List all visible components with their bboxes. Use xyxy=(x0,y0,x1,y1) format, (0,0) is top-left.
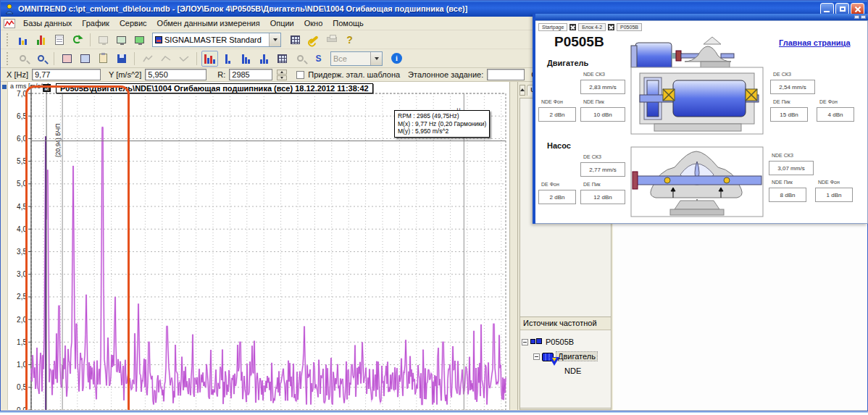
show-chart-button[interactable] xyxy=(33,32,49,48)
device-template-dropdown[interactable] xyxy=(269,33,280,46)
toolbar-grip xyxy=(7,33,9,46)
popup-close-button[interactable] xyxy=(861,15,866,19)
zoom-out-button[interactable] xyxy=(33,51,49,67)
vertical-splitter[interactable] xyxy=(509,82,518,410)
trend-band-icon xyxy=(179,54,189,63)
mdi-child-icon[interactable] xyxy=(4,19,15,28)
menu-data-exchange[interactable]: Обмен данными измерения xyxy=(152,17,265,29)
home-page-link[interactable]: Главная страница xyxy=(779,38,851,47)
hold-template-label: Придерж. этал. шаблона xyxy=(308,70,400,79)
marker-filter-dropdown[interactable] xyxy=(370,52,382,65)
bottom-strip xyxy=(0,411,868,415)
splitter-handle[interactable] xyxy=(2,85,7,89)
single-cursor-button[interactable] xyxy=(220,51,236,67)
transfer-pc-button[interactable] xyxy=(113,32,130,48)
chart-y-axis-label: a rms [m/s^2] xyxy=(10,83,49,90)
database-tree-button[interactable] xyxy=(14,32,31,48)
y-label: Y [m/s^2] xyxy=(109,70,141,79)
zoom-in-button[interactable] xyxy=(14,51,31,67)
popup-window-button[interactable] xyxy=(854,15,859,19)
help-button[interactable]: ? xyxy=(341,32,358,48)
menu-graph[interactable]: График xyxy=(77,17,114,29)
svg-text:3,0: 3,0 xyxy=(17,270,27,278)
motor-de-bg-value: 4 dBn xyxy=(817,107,854,122)
tab-close-icon[interactable] xyxy=(569,24,576,30)
print-button[interactable] xyxy=(323,32,340,48)
menu-window[interactable]: Окно xyxy=(299,17,328,29)
machine-heading: P0505B xyxy=(554,34,604,50)
device-template-combo[interactable]: SIGNALMASTER Standard xyxy=(152,33,281,47)
tree-item-machine[interactable]: P0505B xyxy=(522,335,609,349)
pump-nde-peak-label: NDE Пик xyxy=(772,180,793,185)
menu-databases[interactable]: Базы данных xyxy=(18,17,77,29)
motor-section-label: Двигатель xyxy=(547,59,588,67)
trend-compare-button[interactable] xyxy=(157,51,174,67)
marker-filter-combo[interactable]: Все xyxy=(330,51,383,66)
tree-item-label[interactable]: Двигатель xyxy=(556,351,598,361)
download-icon xyxy=(99,36,108,43)
measurement-tasks-button[interactable] xyxy=(287,32,304,48)
close-button[interactable] xyxy=(851,3,864,15)
collapse-icon[interactable] xyxy=(522,339,528,345)
svg-text:1,5: 1,5 xyxy=(17,338,27,346)
pump-nde-bg-value: 1 dBn xyxy=(815,188,853,202)
tab-block-4-2[interactable]: Блок 4-2 xyxy=(578,23,606,31)
table-peaks-button[interactable] xyxy=(77,51,93,67)
harmonic-cursor-button[interactable] xyxy=(238,51,254,67)
tab-close-icon[interactable] xyxy=(608,24,614,30)
clipboard-button[interactable] xyxy=(95,51,112,67)
tree-item-motor[interactable]: Двигатель xyxy=(522,349,609,364)
table-values-button[interactable] xyxy=(59,51,75,67)
reference-field[interactable] xyxy=(487,69,525,80)
restore-button[interactable] xyxy=(835,3,849,15)
device-template-icon xyxy=(155,36,162,43)
panel-scroll-up-button[interactable] xyxy=(519,85,525,96)
transfer-download-button[interactable] xyxy=(95,32,112,48)
trend-button[interactable] xyxy=(139,51,156,67)
hold-template-checkbox[interactable] xyxy=(296,71,304,79)
y-value-field[interactable]: 5,950 xyxy=(145,69,206,80)
sync-icon: S xyxy=(315,54,321,64)
menu-service[interactable]: Сервис xyxy=(114,17,152,29)
pump-nde-bg-label: NDE Фон xyxy=(818,180,840,185)
send-to-device-icon xyxy=(117,36,126,43)
peak-search-button[interactable] xyxy=(292,51,309,67)
transfer-device-button[interactable] xyxy=(131,32,148,48)
x-value-field[interactable]: 9,77 xyxy=(32,69,101,80)
trend-compare-icon xyxy=(161,54,171,63)
tree-item-nde[interactable]: NDE xyxy=(522,364,609,378)
r-label: R: xyxy=(217,70,225,79)
rpm-spinner[interactable] xyxy=(277,70,287,80)
report-button[interactable] xyxy=(51,32,67,48)
rpm-spin-down[interactable] xyxy=(277,75,287,80)
spectrum-button[interactable] xyxy=(201,51,218,67)
rpm-field[interactable]: 2985 xyxy=(229,69,272,80)
tree-item-label[interactable]: P0505B xyxy=(544,338,575,346)
sideband-cursor-button[interactable] xyxy=(256,51,272,67)
menu-options[interactable]: Опции xyxy=(265,17,299,29)
export-button[interactable] xyxy=(113,51,130,67)
collapse-icon[interactable] xyxy=(533,353,540,360)
refresh-button[interactable] xyxy=(69,32,85,48)
waterfall-button[interactable] xyxy=(274,51,291,67)
tree-item-label[interactable]: NDE xyxy=(563,366,583,375)
rpm-spin-up[interactable] xyxy=(277,70,287,75)
tab-startpage[interactable]: Startpage xyxy=(538,23,567,31)
motor-de-bg-label: DE Фон xyxy=(819,99,838,104)
info-icon: i xyxy=(391,53,402,64)
pump-nde-peak-value: 8 dBn xyxy=(769,188,806,202)
sync-button[interactable]: S xyxy=(310,51,327,67)
motor-nde-bg-value: 2 dBn xyxy=(538,107,576,122)
tooltip-rpm: RPM : 2985 (49,75Hz) xyxy=(398,112,486,120)
trend-band-button[interactable] xyxy=(175,51,192,67)
info-button[interactable]: i xyxy=(388,51,405,67)
printer-icon xyxy=(327,37,337,42)
setup-button[interactable] xyxy=(305,32,322,48)
minimize-button[interactable] xyxy=(820,3,834,15)
reference-label: Эталонное задание: xyxy=(408,70,483,79)
popup-title-bar[interactable] xyxy=(535,14,868,20)
device-icon xyxy=(135,36,144,43)
menu-help[interactable]: Помощь xyxy=(327,17,369,29)
pump-nde-rms-label: NDE СКЗ xyxy=(772,153,793,158)
spectrum-chart-panel[interactable]: a rms [m/s^2] P0505B\Двигатель\NDE\1004 … xyxy=(8,82,509,410)
